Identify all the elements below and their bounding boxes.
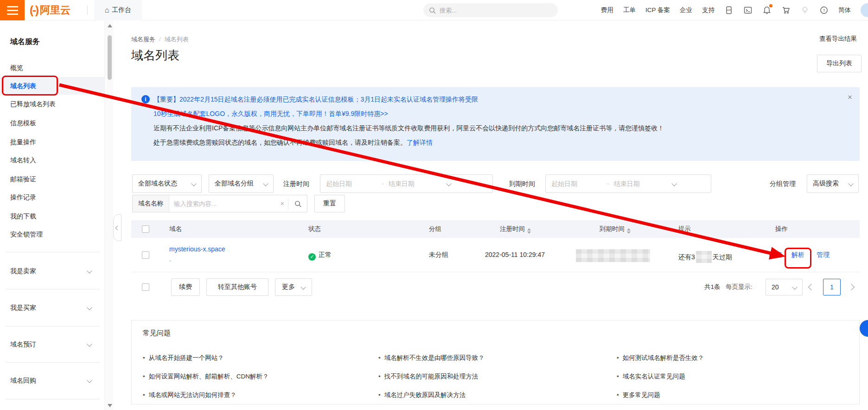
- help-icon[interactable]: ?: [819, 6, 829, 15]
- faq-link[interactable]: 找不到域名的可能原因和处理方法: [378, 372, 478, 381]
- faq-link[interactable]: 如何设置网站解析、邮箱解析、CDN解析？: [143, 372, 268, 381]
- sidebar-item-security-lock[interactable]: 安全锁管理: [0, 226, 105, 243]
- console-icon[interactable]: [743, 6, 753, 15]
- bulk-more-button[interactable]: 更多: [275, 278, 312, 296]
- action-resolve-link[interactable]: 解析: [791, 251, 804, 259]
- sidebar-item-email-verify[interactable]: 邮箱验证: [0, 171, 105, 187]
- col-expire-time[interactable]: 到期时间: [600, 220, 631, 238]
- hamburger-menu-icon[interactable]: [0, 0, 25, 20]
- topbar-search-input[interactable]: [440, 7, 542, 14]
- register-time-range-picker[interactable]: -: [320, 174, 493, 193]
- sidebar-divider: [6, 252, 100, 252]
- scroll-down-arrow[interactable]: [108, 404, 112, 407]
- bulk-renew-button[interactable]: 续费: [171, 278, 200, 296]
- register-time-label: 注册时间: [283, 174, 309, 193]
- menu-icp[interactable]: ICP 备案: [645, 6, 670, 14]
- prev-page-icon[interactable]: [809, 278, 814, 296]
- action-manage-link[interactable]: 管理: [817, 251, 830, 259]
- faq-link[interactable]: 域名或网站无法访问如何排查？: [143, 391, 236, 399]
- vertical-scrollbar[interactable]: [106, 20, 113, 410]
- sidebar-item-domain-transfer[interactable]: 域名转入: [0, 152, 105, 168]
- workbench-tab[interactable]: ⌂ 工作台: [94, 0, 142, 20]
- clear-search-icon[interactable]: ×: [277, 195, 288, 212]
- page-size-dropdown[interactable]: 20: [766, 279, 803, 295]
- menu-enterprise[interactable]: 企业: [680, 6, 692, 14]
- banner-line-logo-promo-link[interactable]: 10秒生成域名配套LOGO，永久版权，商用无忧，下单即用！首单¥9.9限时特惠>…: [153, 109, 388, 118]
- notification-bell-icon[interactable]: [762, 6, 772, 15]
- chevron-down-icon: [87, 268, 92, 273]
- cart-icon[interactable]: [781, 6, 791, 15]
- menu-billing[interactable]: 费用: [601, 6, 613, 14]
- sidebar-group-seller[interactable]: 我是卖家: [0, 263, 105, 279]
- bulk-transfer-button[interactable]: 转至其他账号: [206, 278, 268, 296]
- sidebar-collapse-handle[interactable]: [113, 214, 121, 241]
- chevron-down-icon: [300, 284, 306, 289]
- next-page-icon[interactable]: [849, 278, 854, 296]
- faq-link[interactable]: 如何测试域名解析是否生效？: [617, 354, 704, 362]
- current-page-button[interactable]: 1: [823, 279, 841, 295]
- chevron-down-icon: [792, 284, 797, 289]
- expire-end-date-input[interactable]: [614, 180, 665, 187]
- domain-group-dropdown[interactable]: 全部域名分组: [209, 174, 274, 193]
- faq-link[interactable]: 更多常见问题: [617, 391, 660, 399]
- sidebar-group-domain-buyback[interactable]: 域名回购: [0, 372, 105, 389]
- chevron-down-icon: [671, 181, 677, 186]
- scrollbar-thumb[interactable]: [108, 35, 112, 80]
- sidebar-group-domain-booking[interactable]: 域名预订: [0, 336, 105, 352]
- sidebar-item-info-template[interactable]: 信息模板: [0, 115, 105, 131]
- bulk-checkbox[interactable]: [142, 283, 149, 291]
- group-manage-link[interactable]: 分组管理: [770, 174, 796, 193]
- register-start-date-input[interactable]: [326, 180, 377, 187]
- sort-icon[interactable]: [627, 228, 631, 234]
- faq-link[interactable]: 域名实名认证常见问题: [617, 372, 685, 381]
- sidebar-title: 域名服务: [10, 37, 40, 47]
- register-end-date-input[interactable]: [389, 180, 440, 187]
- col-status: 状态: [308, 220, 321, 238]
- sidebar-item-operation-log[interactable]: 操作记录: [0, 189, 105, 205]
- user-avatar[interactable]: [861, 3, 868, 17]
- app-icon[interactable]: APP: [724, 6, 734, 15]
- domain-link[interactable]: mysterious-x.space: [169, 245, 225, 253]
- home-icon: ⌂: [105, 6, 109, 14]
- sidebar-item-my-downloads[interactable]: 我的下载: [0, 208, 105, 224]
- menu-support[interactable]: 支持: [702, 6, 715, 14]
- topbar-search[interactable]: [423, 3, 558, 17]
- sidebar-divider: [6, 289, 100, 289]
- menu-tickets[interactable]: 工单: [623, 6, 636, 14]
- domain-name-search: 域名名称 ×: [132, 195, 307, 212]
- sort-icon[interactable]: [527, 228, 531, 234]
- domain-name-prefix-label: 域名名称: [133, 195, 169, 212]
- search-submit-icon[interactable]: [288, 195, 307, 212]
- sidebar-item-released-domains[interactable]: 已释放域名列表: [0, 96, 105, 112]
- faq-link[interactable]: 从域名开始搭建一个网站？: [143, 354, 224, 362]
- learn-more-link[interactable]: 了解详情: [407, 139, 433, 146]
- language-switch[interactable]: 简体: [838, 6, 851, 14]
- select-all-checkbox[interactable]: [142, 225, 149, 233]
- aliyun-logo[interactable]: (-) 阿里云: [30, 0, 70, 20]
- advanced-search-button[interactable]: 高级搜索: [807, 174, 859, 193]
- sidebar-item-batch-ops[interactable]: 批量操作: [0, 134, 105, 150]
- row-checkbox[interactable]: [142, 251, 149, 259]
- domain-status-dropdown[interactable]: 全部域名状态: [132, 174, 202, 193]
- action-renew-link[interactable]: 续费: [769, 251, 782, 259]
- col-group: 分组: [429, 220, 441, 238]
- domain-search-input[interactable]: [169, 195, 277, 212]
- scroll-up-arrow[interactable]: [108, 24, 112, 27]
- lightbulb-icon[interactable]: [800, 6, 810, 15]
- col-register-time[interactable]: 注册时间: [500, 220, 531, 238]
- export-list-button[interactable]: 导出列表: [817, 55, 862, 72]
- reset-button[interactable]: 重置: [314, 195, 345, 212]
- search-icon: [429, 7, 436, 14]
- banner-close-icon[interactable]: ×: [848, 93, 852, 102]
- view-export-result-link[interactable]: 查看导出结果: [819, 35, 857, 43]
- faq-link[interactable]: 域名解析不生效是由哪些原因导致？: [378, 354, 485, 362]
- banner-line-renewal-note: 处于急需续费或急需赎回状态的域名，如您确认不再续费或赎回域名，请及时注销备案。了…: [153, 138, 433, 147]
- sidebar-item-domain-list[interactable]: 域名列表: [0, 77, 105, 95]
- breadcrumb-root[interactable]: 域名服务: [131, 36, 155, 43]
- sidebar-group-buyer[interactable]: 我是买家: [0, 299, 105, 316]
- sidebar-item-overview[interactable]: 概览: [0, 59, 105, 76]
- breadcrumb-current: 域名列表: [165, 36, 189, 43]
- faq-link[interactable]: 域名过户失败原因及解决方法: [378, 391, 466, 399]
- expire-start-date-input[interactable]: [551, 180, 602, 187]
- expire-time-range-picker[interactable]: -: [545, 174, 711, 193]
